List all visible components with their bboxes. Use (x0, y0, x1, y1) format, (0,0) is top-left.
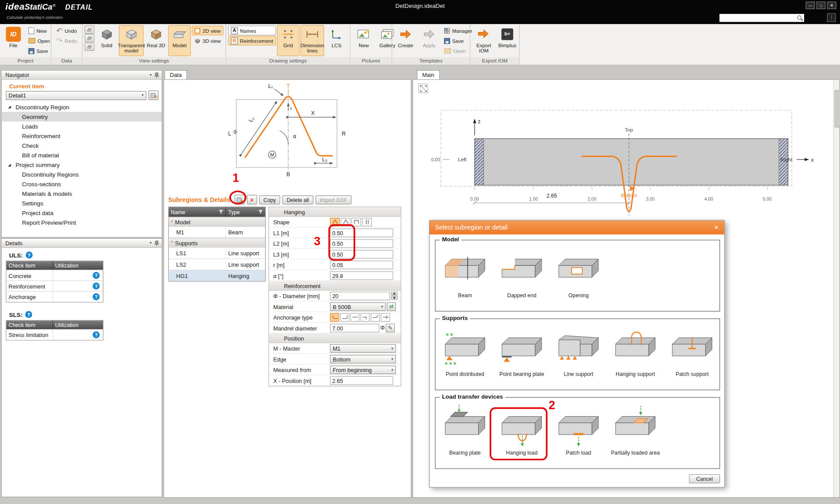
picture-new-button[interactable]: New (353, 25, 375, 56)
group-row-model[interactable]: ^Model (169, 217, 265, 226)
help-icon[interactable]: ? (25, 311, 32, 318)
solid-button[interactable]: Solid (95, 25, 118, 56)
2d-view-button[interactable]: 2D view (192, 26, 224, 35)
view-front-button[interactable] (84, 34, 94, 42)
collapse-chevron-icon[interactable]: ▾ (150, 73, 151, 77)
material-edit-button[interactable]: ⇄ (387, 302, 396, 311)
dialog-close-button[interactable]: ✕ (714, 224, 719, 231)
redo-button[interactable]: ↷Redo (53, 36, 79, 45)
support-option-point-distributed[interactable]: Point distributed (440, 323, 490, 377)
table-row-m1[interactable]: M1Beam (169, 226, 265, 238)
mandrel-edit-button[interactable]: ✎ (386, 323, 395, 332)
anchorage-option-2-icon[interactable] (340, 313, 350, 322)
table-row[interactable]: Concrete? (7, 270, 103, 280)
template-apply-button[interactable]: Apply (418, 25, 440, 56)
expander-icon[interactable]: ◢ (8, 163, 11, 167)
help-icon[interactable]: ? (93, 293, 100, 300)
support-option-line-support[interactable]: Line support (553, 323, 604, 377)
undo-button[interactable]: ↶Undo (53, 26, 79, 35)
add-detail-button[interactable]: + (148, 90, 158, 100)
real-3d-button[interactable]: Real 3D (145, 25, 167, 56)
3d-view-button[interactable]: 3D view (192, 36, 224, 45)
current-item-select[interactable]: Detail1 ▾ (6, 91, 146, 100)
delete-all-button[interactable]: Delete all (282, 195, 313, 204)
section-position[interactable]: Position (269, 334, 401, 343)
tree-item-project-data[interactable]: Project data (2, 208, 162, 218)
save-button[interactable]: Save (26, 46, 53, 56)
r-input[interactable]: 0.05 (330, 261, 393, 269)
subregion-option-opening[interactable]: Opening (553, 245, 604, 298)
tree-item-geometry[interactable]: Geometry (2, 112, 162, 122)
tree-item-discontinuity-regions[interactable]: Discontinuity Regions (2, 170, 162, 179)
export-iom-button[interactable]: Export IOM (472, 25, 495, 56)
support-option-point-bearing-plate[interactable]: Point bearing plate (497, 323, 547, 377)
view-axonometry-button[interactable] (84, 26, 94, 34)
shape-option-straight-icon[interactable] (362, 218, 372, 226)
table-row-ls1[interactable]: LS1Line support (169, 247, 265, 259)
vertical-scrollbar[interactable] (833, 80, 839, 497)
tree-item-check[interactable]: Check (2, 141, 162, 150)
bimplus-button[interactable]: b+ Bimplus (496, 25, 518, 56)
zoom-fit-button[interactable] (418, 83, 428, 93)
maximize-button[interactable]: □ (816, 2, 826, 9)
section-hanging[interactable]: Hanging (269, 207, 401, 217)
pin-icon[interactable] (154, 240, 159, 246)
x-position-input[interactable]: 2.65 (330, 376, 393, 385)
transparent-model-button[interactable]: Transparent model (119, 25, 144, 56)
beam-body[interactable] (475, 139, 788, 185)
tree-item-materials-models[interactable]: Materials & models (2, 189, 162, 198)
table-row[interactable]: Reinforcement? (7, 281, 103, 291)
help-icon[interactable]: ? (25, 252, 32, 259)
dimension-lines-button[interactable]: Dimension lines (301, 25, 324, 56)
lcs-button[interactable]: LCS (325, 25, 347, 56)
filter-icon[interactable] (219, 209, 224, 214)
table-row[interactable]: Stress limitation? (7, 329, 103, 340)
new-button[interactable]: New (26, 26, 53, 35)
names-toggle[interactable]: ANames (228, 26, 276, 35)
model-button[interactable]: Model (168, 25, 191, 56)
load-option-patch-load[interactable]: Patch load (553, 402, 604, 455)
template-save-button[interactable]: Save (441, 36, 475, 45)
help-icon[interactable]: ? (93, 272, 100, 279)
support-option-patch-support[interactable]: Patch support (667, 323, 717, 377)
anchorage-option-6-icon[interactable] (381, 313, 390, 322)
tree-item-reinforcement[interactable]: Reinforcement (2, 131, 162, 141)
anchorage-option-4-icon[interactable] (360, 313, 370, 322)
group-row-supports[interactable]: ^Supports (169, 238, 265, 247)
template-manager-button[interactable]: Manager (441, 26, 475, 35)
tab-main[interactable]: Main (417, 70, 440, 79)
grid-button[interactable]: Grid (277, 25, 299, 56)
table-row-hg1[interactable]: HG1Hanging (169, 270, 265, 281)
master-select[interactable]: M1▾ (330, 344, 396, 353)
file-button[interactable]: ID File (2, 25, 24, 56)
table-row-ls2[interactable]: LS2Line support (169, 258, 265, 270)
anchorage-option-5-icon[interactable] (371, 313, 380, 322)
section-reinforcement[interactable]: Reinforcement (269, 281, 401, 291)
anchorage-option-1-icon[interactable] (330, 313, 339, 322)
pin-icon[interactable] (154, 72, 159, 78)
diameter-input[interactable]: 20 (330, 292, 390, 300)
tree-item-project-summary[interactable]: ◢Project summary (2, 160, 162, 170)
load-option-bearing-plate[interactable]: Bearing plate (440, 402, 490, 455)
delete-subregion-button[interactable]: ✕ (247, 195, 257, 205)
filter-icon[interactable] (258, 209, 263, 214)
minimize-button[interactable]: — (806, 2, 815, 9)
tree-item-loads[interactable]: Loads (2, 122, 162, 131)
edge-select[interactable]: Bottom▾ (330, 355, 396, 363)
load-option-partially-loaded-area[interactable]: Partially loaded area (610, 402, 661, 455)
collapse-chevron-icon[interactable]: ▾ (150, 241, 151, 245)
diameter-stepper[interactable] (391, 292, 398, 299)
copy-button[interactable]: Copy (259, 195, 280, 204)
tree-item-report-preview-print[interactable]: Report Preview/Print (2, 218, 162, 227)
template-open-button[interactable]: Open (441, 46, 475, 56)
measured-from-select[interactable]: From beginning▾ (330, 365, 396, 374)
tab-data[interactable]: Data (164, 70, 187, 79)
import-dxf-button[interactable]: Import DXF (315, 195, 351, 204)
mandrel-diameter-input[interactable]: 7.00 (330, 323, 379, 332)
close-button[interactable]: ✕ (827, 2, 836, 9)
subregion-option-dapped-end[interactable]: Dapped end (497, 245, 547, 298)
anchorage-option-3-icon[interactable] (350, 313, 360, 322)
tree-item-bill-of-material[interactable]: Bill of material (2, 150, 162, 160)
table-row[interactable]: Anchorage? (7, 291, 103, 302)
search-input[interactable] (719, 14, 804, 22)
